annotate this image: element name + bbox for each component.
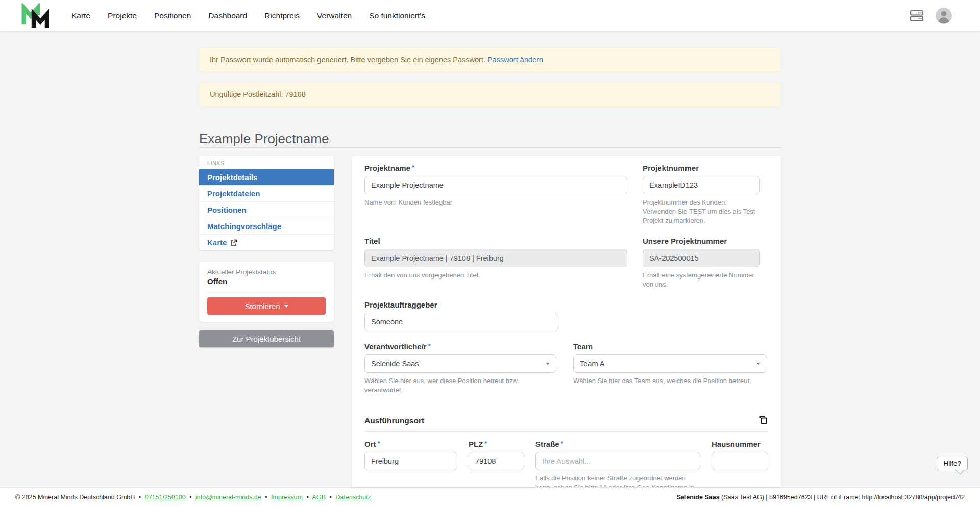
- navbar-right-icons: [910, 7, 952, 24]
- titel-input: [364, 249, 627, 267]
- user-avatar-icon[interactable]: [935, 7, 952, 24]
- brand-logo[interactable]: [20, 3, 50, 29]
- sidebar-item-label: Projektdateien: [207, 188, 260, 199]
- team-label: Team: [573, 342, 767, 351]
- change-password-link[interactable]: Passwort ändern: [487, 56, 543, 64]
- plz-label: PLZ*: [469, 440, 524, 448]
- top-navbar: Karte Projekte Positionen Dashboard Rich…: [0, 0, 980, 31]
- project-overview-button[interactable]: Zur Projektübersicht: [199, 330, 334, 347]
- required-marker: *: [428, 342, 431, 350]
- page-content: Ihr Passwort wurde automatisch generiert…: [0, 31, 980, 487]
- projektnummer-input[interactable]: [643, 176, 760, 194]
- projektauftraggeber-label: Projektauftraggeber: [364, 300, 558, 309]
- external-link-icon: [230, 239, 237, 246]
- footer-session-info: Selenide Saas (Saas Test AG) | b91695ed7…: [677, 494, 965, 501]
- copyright-text: © 2025 Mineral Minds Deutschland GmbH: [15, 494, 135, 501]
- projektname-helper: Name vom Kunden festlegbar: [364, 198, 627, 207]
- invalid-plz-alert: Ungültige Postleitzahl: 79108: [199, 82, 781, 107]
- sidebar-item-label: Matchingvorschläge: [207, 221, 281, 232]
- sidebar-item-matchingvorschlaege[interactable]: Matchingvorschläge: [199, 218, 334, 234]
- chevron-down-icon: [546, 363, 550, 365]
- nav-item-so-funktionierts[interactable]: So funktioniert's: [369, 11, 425, 20]
- verantwortliche-selected-value: Selenide Saas: [371, 360, 419, 368]
- status-divider: [207, 291, 326, 291]
- sidebar-item-karte[interactable]: Karte: [199, 234, 334, 250]
- sidebar-item-label: Karte: [207, 237, 227, 248]
- alerts-region: Ihr Passwort wurde automatisch generiert…: [199, 47, 781, 107]
- projektnummer-helper: Projektnummer des Kunden. Verwenden Sie …: [643, 198, 760, 225]
- page-title: Example Projectname: [199, 131, 781, 146]
- required-marker: *: [412, 164, 414, 171]
- titel-helper: Erhält den von uns vorgegebenen Titel.: [364, 271, 627, 280]
- page-footer: © 2025 Mineral Minds Deutschland GmbH • …: [0, 487, 980, 507]
- cancel-project-label: Stornieren: [244, 302, 280, 311]
- projektnummer-label: Projektnummer: [643, 164, 760, 172]
- cancel-project-button[interactable]: Stornieren: [207, 297, 326, 315]
- password-warning-text: Ihr Passwort wurde automatisch generiert…: [210, 56, 485, 64]
- links-card-header: LINKS: [199, 156, 334, 169]
- sidebar-item-projektdetails[interactable]: Projektdetails: [199, 169, 334, 185]
- footer-datenschutz-link[interactable]: Datenschutz: [335, 494, 371, 501]
- mineral-minds-logo-icon: [20, 3, 49, 29]
- strasse-helper: Falls die Position keiner Straße zugeord…: [535, 474, 700, 487]
- project-sidebar: LINKS Projektdetails Projektdateien Posi…: [199, 156, 334, 347]
- unsere-projektnummer-helper: Erhält eine systemgenerierte Nummer von …: [643, 271, 760, 289]
- projektname-label: Projektname*: [364, 164, 627, 172]
- sidebar-item-positionen[interactable]: Positionen: [199, 201, 334, 218]
- status-label: Aktueller Projektstatus:: [207, 268, 326, 276]
- project-details-form: Projektname* Name vom Kunden festlegbar …: [352, 156, 781, 487]
- nav-item-positionen[interactable]: Positionen: [154, 11, 191, 20]
- team-selected-value: Team A: [580, 360, 604, 368]
- links-card: LINKS Projektdetails Projektdateien Posi…: [199, 156, 334, 250]
- invalid-plz-text: Ungültige Postleitzahl: 79108: [210, 90, 306, 98]
- nav-item-projekte[interactable]: Projekte: [108, 11, 137, 20]
- sidebar-item-label: Positionen: [207, 205, 247, 215]
- ort-label: Ort*: [364, 440, 457, 448]
- main-navigation: Karte Projekte Positionen Dashboard Rich…: [71, 11, 425, 20]
- footer-user-name: Selenide Saas: [677, 494, 720, 501]
- nav-item-richtpreis[interactable]: Richtpreis: [264, 11, 300, 20]
- required-marker: *: [378, 440, 380, 447]
- footer-impressum-link[interactable]: Impressum: [271, 494, 303, 501]
- footer-left: © 2025 Mineral Minds Deutschland GmbH • …: [15, 494, 371, 501]
- project-status-card: Aktueller Projektstatus: Offen Storniere…: [199, 262, 334, 322]
- titel-label: Titel: [364, 237, 627, 245]
- password-warning-alert: Ihr Passwort wurde automatisch generiert…: [199, 47, 781, 72]
- verantwortliche-select[interactable]: Selenide Saas: [364, 354, 556, 373]
- nav-item-karte[interactable]: Karte: [71, 11, 90, 20]
- copy-icon[interactable]: [757, 415, 768, 426]
- required-marker: *: [484, 440, 487, 447]
- caret-down-icon: [284, 305, 288, 308]
- section-divider: [364, 431, 768, 432]
- sidebar-item-label: Projektdetails: [207, 172, 257, 183]
- verantwortliche-helper: Wählen Sie hier aus, wer diese Position …: [364, 376, 556, 395]
- strasse-label: Straße*: [535, 440, 700, 448]
- footer-session-details: (Saas Test AG) | b91695ed7623 | URL of i…: [720, 494, 965, 501]
- status-value: Offen: [207, 277, 326, 286]
- required-marker: *: [561, 440, 564, 447]
- nav-item-verwalten[interactable]: Verwalten: [317, 11, 352, 20]
- nav-item-dashboard[interactable]: Dashboard: [208, 11, 247, 20]
- hausnummer-label: Hausnummer: [712, 440, 768, 448]
- footer-email-link[interactable]: info@mineral-minds.de: [195, 494, 261, 501]
- team-helper: Wählen Sie hier das Team aus, welches di…: [573, 376, 767, 386]
- team-select[interactable]: Team A: [573, 354, 767, 373]
- unsere-projektnummer-label: Unsere Projektnummer: [643, 237, 760, 245]
- ausfuehrungsort-heading: Ausführungsort: [364, 416, 424, 425]
- hausnummer-input[interactable]: [712, 452, 768, 470]
- plz-input[interactable]: [469, 452, 524, 470]
- title-divider: [199, 147, 781, 148]
- projektauftraggeber-input[interactable]: [364, 313, 558, 331]
- unsere-projektnummer-input: [643, 249, 760, 267]
- help-button[interactable]: Hilfe?: [937, 457, 968, 470]
- server-icon[interactable]: [910, 9, 924, 22]
- strasse-input[interactable]: [535, 452, 700, 470]
- projektname-input[interactable]: [364, 176, 627, 194]
- chevron-down-icon: [756, 363, 761, 365]
- verantwortliche-label: Verantwortliche/r*: [364, 342, 556, 351]
- footer-phone-link[interactable]: 07151/250100: [145, 494, 186, 501]
- sidebar-item-projektdateien[interactable]: Projektdateien: [199, 185, 334, 201]
- footer-agb-link[interactable]: AGB: [312, 494, 326, 501]
- ort-input[interactable]: [364, 452, 457, 470]
